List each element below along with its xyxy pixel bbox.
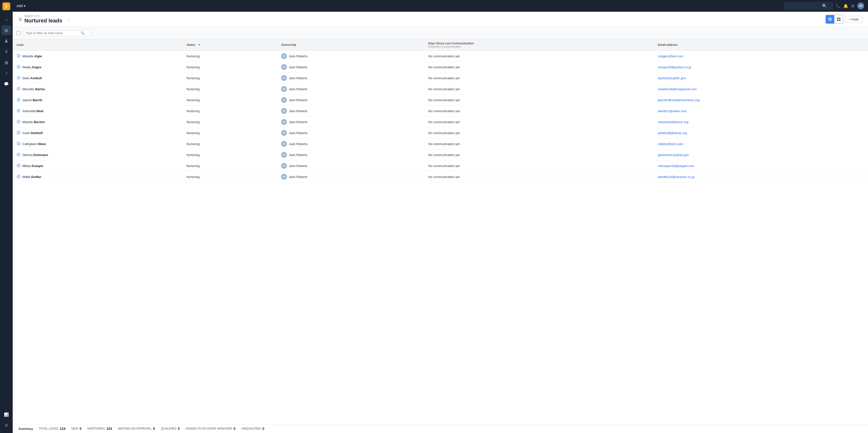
ownership-cell: JR Jack Roberts — [277, 138, 425, 150]
waiting-count: 0 — [153, 427, 155, 431]
sidebar-item-dashboard[interactable]: ▦ — [1, 58, 11, 67]
ownership-cell: JR Jack Roberts — [277, 73, 425, 84]
add-label: Add — [17, 4, 23, 8]
table-row[interactable]: Glenna Dohmann Nurturing JR Jack Roberts… — [13, 150, 868, 160]
ownership-cell: JR Jack Roberts — [277, 105, 425, 117]
table-row[interactable]: Marcello Barles Nurturing JR Jack Robert… — [13, 84, 868, 95]
grid-view-button[interactable] — [834, 15, 843, 24]
filter-input[interactable] — [26, 31, 79, 35]
lead-name[interactable]: Marcello Barles — [23, 87, 45, 91]
qualified-label: QUALIFIED — [161, 427, 176, 430]
owner-name: Jack Roberts — [289, 131, 307, 135]
col-lead[interactable]: Lead ↑ — [13, 39, 183, 51]
email-link[interactable]: wduffan2d@amazon.co.jp — [658, 175, 694, 179]
lead-icon — [17, 163, 21, 168]
sidebar-item-tasks[interactable]: ✓ — [1, 68, 11, 78]
summary-unqualified: UNQUALIFIED 0 — [241, 427, 264, 431]
owner-name: Jack Roberts — [289, 54, 307, 58]
lead-name[interactable]: Antonella Beat — [23, 109, 43, 113]
sidebar-item-leads[interactable]: ◎ — [1, 25, 11, 35]
lead-name[interactable]: Glenna Dohmann — [23, 153, 48, 157]
hamburger-icon[interactable]: ☰ — [19, 17, 22, 22]
owner-avatar: JR — [281, 163, 287, 169]
email-link[interactable]: gdohmann2y@ed.gov — [658, 153, 689, 157]
email-link[interactable]: mbarles2b@mapquest.com — [658, 87, 696, 91]
table-row[interactable]: Wittie Duffan Nurturing JR Jack Roberts … — [13, 172, 868, 182]
page-header: ☰ SMART LIST Nurtured leads ⋮ + Field — [13, 12, 868, 27]
sidebar-item-messages[interactable]: 💬 — [1, 79, 11, 89]
sidebar-item-home[interactable]: ⌂ — [1, 14, 11, 24]
svg-rect-1 — [828, 18, 832, 18]
topnav-search-input[interactable] — [786, 4, 821, 8]
email-link[interactable]: mdraayer2e@paypal.com — [658, 164, 694, 168]
table-area: 🔍 Lead ↑ Status ▼ Ownership — [13, 27, 868, 424]
lead-name[interactable]: Jayme Barritt — [23, 98, 42, 102]
col-ownership[interactable]: Ownership — [277, 39, 425, 51]
summary-total-leads: TOTAL LEADS 124 — [39, 427, 65, 431]
table-row[interactable]: Maurits Bierton Nurturing JR Jack Robert… — [13, 117, 868, 127]
status-cell: Nurturing — [183, 95, 277, 105]
owner-avatar: JR — [281, 174, 287, 180]
svg-rect-2 — [828, 19, 832, 19]
bell-icon[interactable]: 🔔 — [843, 4, 848, 8]
table-row[interactable]: Mozelle Algie Nurturing JR Jack Roberts … — [13, 51, 868, 62]
summary-new: NEW 0 — [71, 427, 82, 431]
status-cell: Nurturing — [183, 160, 277, 172]
sidebar-item-money[interactable]: $ — [1, 47, 11, 57]
table-row[interactable]: Cathyleen Dikes Nurturing JR Jack Robert… — [13, 138, 868, 150]
table-row[interactable]: Darb Ashbolt Nurturing JR Jack Roberts N… — [13, 73, 868, 84]
add-field-button[interactable]: + Field — [845, 16, 862, 23]
owner-name: Jack Roberts — [289, 87, 307, 91]
col-email[interactable]: Email address — [654, 39, 868, 51]
col-days-since[interactable]: Days Since Last Communication Everyone's… — [425, 39, 654, 51]
lead-name[interactable]: Mikey Draayer — [23, 164, 43, 168]
svg-point-0 — [6, 39, 7, 41]
email-link[interactable]: dashbolt2u@ftc.gov — [658, 76, 686, 80]
lead-name[interactable]: Maurits Bierton — [23, 120, 45, 124]
sidebar-item-reports[interactable]: 📊 — [1, 410, 11, 419]
total-leads-label: TOTAL LEADS — [39, 427, 58, 430]
lead-name[interactable]: Cathyleen Dikes — [23, 142, 46, 146]
owner-avatar: JR — [281, 130, 287, 136]
owner-name: Jack Roberts — [289, 142, 307, 146]
email-link[interactable]: nangus26@yahoo.co.jp — [658, 65, 691, 69]
communication-cell: No communication yet — [425, 105, 654, 117]
email-link[interactable]: cdikest@wisc.edu — [658, 142, 683, 146]
lead-name[interactable]: Darb Ashbolt — [23, 76, 42, 80]
grid-icon[interactable]: ⊞ — [851, 4, 854, 8]
lead-name[interactable]: Wittie Duffan — [23, 175, 41, 179]
table-row[interactable]: Antonella Beat Nurturing JR Jack Roberts… — [13, 105, 868, 117]
list-view-button[interactable] — [826, 15, 834, 24]
lead-cell: Cathyleen Dikes — [13, 138, 183, 150]
sidebar-item-settings[interactable]: ⚙ — [1, 420, 11, 430]
select-all-checkbox[interactable] — [17, 31, 21, 35]
email-link[interactable]: jbarrittz@simplemachines.org — [658, 98, 700, 102]
avatar[interactable]: JR — [857, 2, 864, 9]
email-link[interactable]: malgiec@ted.com — [658, 54, 683, 58]
sidebar: Z ⌂ ◎ $ ▦ ✓ 💬 📊 ⚙ — [0, 0, 13, 433]
phone-icon[interactable]: 📞 — [836, 4, 840, 8]
assign-label: ASSIGN TO ACCOUNT MANAGER — [186, 427, 232, 430]
more-options-icon[interactable]: ⋮ — [67, 17, 71, 22]
svg-rect-3 — [828, 20, 832, 20]
table-row[interactable]: Jayme Barritt Nurturing JR Jack Roberts … — [13, 95, 868, 105]
email-cell: wduffan2d@amazon.co.jp — [654, 172, 868, 182]
add-button[interactable]: Add ▾ — [17, 4, 25, 8]
sort-icon: ↑ — [25, 43, 27, 47]
col-status[interactable]: Status ▼ — [183, 39, 277, 51]
table-row[interactable]: Neala Angus Nurturing JR Jack Roberts No… — [13, 62, 868, 73]
email-cell: cdikest@wisc.edu — [654, 138, 868, 150]
ownership-cell: JR Jack Roberts — [277, 84, 425, 95]
lead-name[interactable]: Mozelle Algie — [23, 54, 42, 58]
table-row[interactable]: Mikey Draayer Nurturing JR Jack Roberts … — [13, 160, 868, 172]
sidebar-item-contacts[interactable] — [1, 36, 11, 46]
owner-avatar: JR — [281, 64, 287, 70]
email-link[interactable]: mbiertone@dmoz.org — [658, 120, 688, 124]
email-link[interactable]: adethloffj@dmoz.org — [658, 131, 687, 135]
lead-name[interactable]: Aurel Dethloff — [23, 131, 43, 135]
lead-name[interactable]: Neala Angus — [23, 65, 41, 69]
lead-cell: Wittie Duffan — [13, 172, 183, 182]
status-cell: Nurturing — [183, 62, 277, 73]
table-row[interactable]: Aurel Dethloff Nurturing JR Jack Roberts… — [13, 127, 868, 138]
email-link[interactable]: abeat1n@webs.com — [658, 109, 687, 113]
